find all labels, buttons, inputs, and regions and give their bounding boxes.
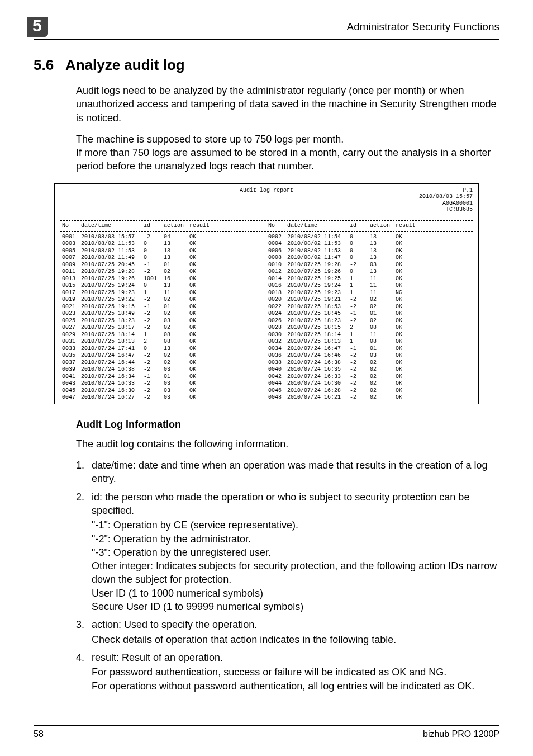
log-row: 00422010/07/24 16:33-202OK bbox=[266, 374, 473, 381]
list-item-result-sub: For password authentication, success or … bbox=[92, 665, 499, 693]
log-row: 00402010/07/24 16:35-202OK bbox=[266, 366, 473, 374]
log-row: 00142010/07/25 19:25111OK bbox=[266, 276, 473, 283]
info-list: date/time: date and time when an operati… bbox=[76, 459, 499, 693]
product-name: bizhub PRO 1200P bbox=[423, 729, 499, 739]
log-columns-header: No date/time id action result No date/ti… bbox=[60, 223, 473, 230]
log-row: 00212010/07/25 19:15-101OK bbox=[60, 304, 266, 311]
chapter-badge: 5 bbox=[27, 17, 48, 37]
log-row: 00222010/07/25 18:53-202OK bbox=[266, 304, 473, 311]
log-row: 00412010/07/24 16:34-101OK bbox=[60, 374, 266, 381]
log-row: 00052010/08/02 11:53013OK bbox=[60, 248, 266, 255]
log-row: 00442010/07/24 16:30-202OK bbox=[266, 380, 473, 388]
log-row: 00342010/07/24 16:47-101OK bbox=[266, 346, 473, 353]
log-row: 00092010/07/25 20:45-101OK bbox=[60, 262, 266, 269]
intro-paragraph-2: The machine is supposed to store up to 7… bbox=[76, 133, 499, 173]
log-row: 00102010/07/25 19:28-203OK bbox=[266, 262, 473, 269]
log-row: 00182010/07/25 19:23111NG bbox=[266, 290, 473, 297]
log-title: Audit log report bbox=[240, 187, 293, 193]
list-item-result: result: Result of an operation. For pass… bbox=[76, 651, 499, 693]
log-body-left: 00012010/08/03 15:57-204OK00032010/08/02… bbox=[60, 234, 266, 401]
log-row: 00152010/07/25 19:24013OK bbox=[60, 282, 266, 290]
section-title: Analyze audit log bbox=[65, 56, 185, 73]
log-row: 00292010/07/25 18:14108OK bbox=[60, 332, 266, 339]
log-row: 00372010/07/24 16:44-202OK bbox=[60, 360, 266, 367]
section-number: 5.6 bbox=[34, 56, 54, 73]
log-row: 00192010/07/25 19:22-202OK bbox=[60, 296, 266, 304]
log-row: 00042010/08/02 11:53013OK bbox=[266, 240, 473, 248]
log-row: 00072010/08/02 11:49013OK bbox=[60, 254, 266, 262]
log-body-right: 00022010/08/02 11:54013OK00042010/08/02 … bbox=[266, 234, 473, 401]
log-meta: P.1 2010/08/03 15:57 A0GA00001 TC:83685 bbox=[419, 187, 473, 213]
log-row: 00022010/08/02 11:54013OK bbox=[266, 234, 473, 241]
log-row: 00302010/07/25 18:14111OK bbox=[266, 332, 473, 339]
log-row: 00452010/07/24 16:30-203OK bbox=[60, 388, 266, 395]
page-number: 58 bbox=[34, 729, 44, 739]
log-row: 00082010/08/02 11:47013OK bbox=[266, 254, 473, 262]
log-row: 00352010/07/24 16:47-202OK bbox=[60, 352, 266, 360]
log-row: 00272010/07/25 18:17-202OK bbox=[60, 324, 266, 332]
sub-heading: Audit Log Information bbox=[76, 419, 499, 431]
log-row: 00252010/07/25 18:23-203OK bbox=[60, 318, 266, 325]
page-footer: 58 bizhub PRO 1200P bbox=[34, 725, 499, 739]
log-row: 00012010/08/03 15:57-204OK bbox=[60, 234, 266, 241]
log-row: 00322010/07/25 18:13108OK bbox=[266, 338, 473, 346]
top-header: 5 Administrator Security Functions bbox=[34, 17, 499, 40]
log-row: 00122010/07/25 19:26013OK bbox=[266, 268, 473, 276]
log-row: 00332010/07/24 17:41013OK bbox=[60, 346, 266, 353]
log-row: 00282010/07/25 18:15208OK bbox=[266, 324, 473, 332]
log-row: 00202010/07/25 19:21-202OK bbox=[266, 296, 473, 304]
list-item-id-sub: "-1": Operation by CE (service represent… bbox=[92, 518, 499, 613]
log-row: 00132010/07/25 19:26100116OK bbox=[60, 276, 266, 283]
log-row: 00382010/07/24 16:38-202OK bbox=[266, 360, 473, 367]
intro-paragraph-1: Audit logs need to be analyzed by the ad… bbox=[76, 84, 499, 125]
log-row: 00482010/07/24 16:21-202OK bbox=[266, 394, 473, 401]
list-item-datetime: date/time: date and time when an operati… bbox=[76, 459, 499, 486]
list-item-action: action: Used to specify the operation. C… bbox=[76, 618, 499, 646]
log-row: 00162010/07/25 19:24111OK bbox=[266, 282, 473, 290]
log-row: 00232010/07/25 18:49-202OK bbox=[60, 310, 266, 318]
list-item-id: id: the person who made the operation or… bbox=[76, 490, 499, 614]
audit-log-report: Audit log report P.1 2010/08/03 15:57 A0… bbox=[54, 183, 479, 404]
header-title: Administrator Security Functions bbox=[347, 21, 500, 33]
log-row: 00242010/07/25 18:45-101OK bbox=[266, 310, 473, 318]
log-row: 00262010/07/25 18:23-202OK bbox=[266, 318, 473, 325]
log-row: 00112010/07/25 19:28-202OK bbox=[60, 268, 266, 276]
log-row: 00462010/07/24 16:28-202OK bbox=[266, 388, 473, 395]
log-row: 00362010/07/24 16:46-203OK bbox=[266, 352, 473, 360]
log-row: 00312010/07/25 18:13208OK bbox=[60, 338, 266, 346]
page: 5 Administrator Security Functions 5.6 A… bbox=[0, 0, 533, 756]
log-row: 00032010/08/02 11:53013OK bbox=[60, 240, 266, 248]
log-row: 00472010/07/24 16:27-203OK bbox=[60, 394, 266, 401]
section-heading: 5.6 Analyze audit log bbox=[34, 56, 499, 74]
log-row: 00172010/07/25 19:23111OK bbox=[60, 290, 266, 297]
log-row: 00062010/08/02 11:53013OK bbox=[266, 248, 473, 255]
list-item-action-sub: Check details of operation that action i… bbox=[92, 633, 499, 646]
log-row: 00432010/07/24 16:33-203OK bbox=[60, 380, 266, 388]
sub-intro: The audit log contains the following inf… bbox=[76, 437, 499, 451]
log-row: 00392010/07/24 16:38-203OK bbox=[60, 366, 266, 374]
